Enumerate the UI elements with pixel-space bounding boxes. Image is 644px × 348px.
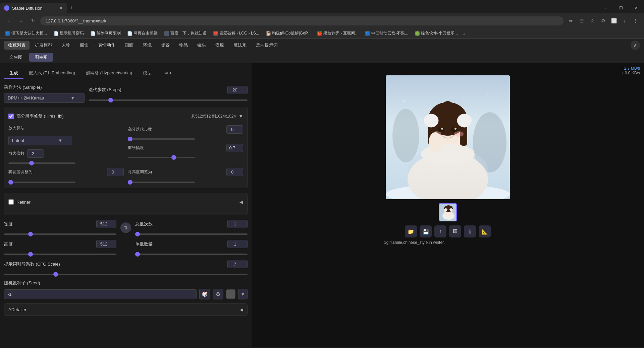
open-folder-button[interactable]: 📁: [405, 225, 417, 237]
nav-tag-collect[interactable]: 收藏列表: [4, 41, 30, 50]
nav-tag-lens[interactable]: 镜头: [193, 41, 210, 50]
translate-button[interactable]: ⇔: [566, 16, 576, 25]
batch-size-slider[interactable]: [135, 254, 248, 255]
save-button[interactable]: 💾: [420, 225, 432, 237]
nav-tag-hanfu[interactable]: 汉服: [211, 41, 228, 50]
bookmark-9[interactable]: 🟢 绿色软件-小刀娱乐...: [412, 30, 461, 37]
nav-actions: ⇔ ☰ ☆ ⚙ ⬜ ↓ ⋮: [566, 16, 640, 25]
width-adjust-slider[interactable]: [8, 182, 75, 183]
bookmark-button[interactable]: ☆: [588, 16, 597, 25]
total-batch-input[interactable]: [227, 220, 248, 228]
address-bar[interactable]: [40, 16, 564, 25]
tab-title: Stable Diffusion: [12, 6, 56, 11]
seed-color-button[interactable]: [226, 289, 235, 299]
nav-tag-extend[interactable]: 扩展模型: [31, 41, 56, 50]
view-image-button[interactable]: 🖼: [449, 225, 461, 237]
total-batch-slider[interactable]: [135, 233, 248, 235]
bookmark-4[interactable]: 🐾 百度一下，你就知道: [162, 30, 209, 37]
image-info-button[interactable]: ℹ: [464, 225, 476, 237]
collapse-button[interactable]: ∧: [631, 41, 640, 50]
seed-label: 随机数种子 (Seed): [4, 280, 248, 286]
nav-tag-env[interactable]: 环境: [139, 41, 156, 50]
back-button[interactable]: ←: [4, 16, 13, 25]
extensions-button[interactable]: ⚙: [598, 16, 608, 25]
height-slider[interactable]: [4, 254, 116, 255]
swap-dimensions-button[interactable]: ⇅: [120, 222, 131, 233]
download-button[interactable]: ↓: [620, 16, 629, 25]
bookmark-5[interactable]: ❤️ 吾爱破解 - LCG - LS...: [211, 30, 262, 37]
seed-input[interactable]: [4, 289, 197, 299]
seed-dropdown-button[interactable]: ▼: [238, 289, 248, 299]
bookmark-1[interactable]: 📄 显示星号密码: [51, 30, 87, 37]
sub-tab-text2img[interactable]: 文生图: [4, 53, 28, 62]
tab-close-button[interactable]: ✕: [59, 5, 63, 11]
close-button[interactable]: ✕: [629, 3, 644, 13]
bookmark-6[interactable]: 🐕 狗破解-Go破解|GoP...: [263, 30, 314, 37]
denoise-input[interactable]: [226, 144, 243, 152]
bookmark-7[interactable]: 🍎 果核剥壳 - 互联网...: [315, 30, 361, 37]
bookmark-0[interactable]: 🔵 讯飞星火认知大模...: [3, 30, 50, 37]
nav-tag-clothes[interactable]: 服饰: [76, 41, 93, 50]
thumbnail-svg-0: [439, 204, 457, 221]
tab-generate[interactable]: 生成: [4, 67, 23, 79]
nav-tag-magic[interactable]: 魔法系: [229, 41, 251, 50]
nav-tag-person[interactable]: 人物: [58, 41, 74, 50]
width-input[interactable]: [96, 220, 116, 228]
nav-tag-negative[interactable]: 反向提示词: [252, 41, 282, 50]
sub-tab-img2img[interactable]: 图生图: [29, 53, 53, 62]
reader-button[interactable]: ☰: [577, 16, 586, 25]
tab-model[interactable]: 模型: [138, 67, 157, 79]
new-tab-button[interactable]: +: [67, 3, 76, 13]
nav-tag-picture[interactable]: 画面: [121, 41, 138, 50]
forward-button[interactable]: →: [16, 16, 25, 25]
height-adjust-slider[interactable]: [128, 182, 195, 183]
seed-dice-button[interactable]: 🎲: [199, 289, 210, 299]
account-button[interactable]: ⬜: [609, 16, 619, 25]
hires-toggle-icon[interactable]: ▼: [238, 114, 243, 119]
tab-hypernetwork[interactable]: 超网络 (Hypernetworks): [80, 67, 138, 79]
refiner-toggle-icon[interactable]: ◀: [239, 199, 243, 205]
hires-steps-label: 高分迭代步数: [128, 127, 152, 132]
bookmark-3[interactable]: 📄 网页自由编辑: [125, 30, 160, 37]
adetailer-section[interactable]: ADetailer ◀: [4, 303, 248, 316]
bookmark-2[interactable]: 📄 解除网页限制: [88, 30, 123, 37]
batch-size-input[interactable]: [227, 240, 248, 248]
hires-inner: 放大算法 Latent ▼ 放大倍数: [8, 125, 243, 184]
height-input[interactable]: [96, 240, 116, 248]
sampler-dropdown[interactable]: DPM++ 2M Karras ▼: [4, 93, 85, 103]
height-adjust-input[interactable]: [226, 168, 243, 176]
bookmark-8[interactable]: 🔵 中国移动云盘-不限...: [363, 30, 411, 37]
scale-factor-input[interactable]: [27, 149, 44, 158]
seed-recycle-button[interactable]: ♻: [213, 289, 223, 299]
nav-tag-expression[interactable]: 表情动作: [94, 41, 119, 50]
cfg-slider[interactable]: [4, 274, 248, 275]
height-batch-size-row: 高度 单批数量: [4, 240, 248, 256]
refresh-button[interactable]: ↻: [28, 16, 38, 25]
thumbnail-0[interactable]: [439, 203, 457, 221]
sampler-label: 采样方法 (Sampler): [4, 84, 85, 90]
browser-tab[interactable]: 🌐 Stable Diffusion ✕: [0, 3, 67, 13]
cfg-input[interactable]: [227, 260, 248, 268]
tab-embedding[interactable]: 嵌入式 (T.I. Embedding): [23, 67, 80, 79]
more-bookmarks-button[interactable]: »: [462, 30, 467, 37]
width-slider[interactable]: [4, 233, 116, 235]
steps-slider[interactable]: [89, 99, 248, 101]
steps-input[interactable]: [227, 86, 248, 94]
tab-lora[interactable]: Lora: [157, 67, 176, 79]
refiner-checkbox[interactable]: [8, 199, 14, 205]
upscale-method-dropdown[interactable]: Latent ▼: [8, 136, 72, 145]
minimize-button[interactable]: ─: [598, 3, 613, 13]
hires-checkbox[interactable]: [8, 114, 14, 119]
menu-button[interactable]: ⋮: [631, 16, 640, 25]
send-to-img2img-button[interactable]: ↑: [434, 225, 446, 237]
hires-steps-input[interactable]: [226, 125, 243, 134]
ruler-button[interactable]: 📐: [479, 225, 491, 237]
width-adjust-input[interactable]: [107, 168, 124, 176]
scale-factor-slider[interactable]: [8, 162, 75, 164]
adetailer-toggle-icon[interactable]: ◀: [240, 307, 243, 312]
denoise-slider[interactable]: [128, 157, 195, 158]
nav-tag-items[interactable]: 物品: [175, 41, 192, 50]
maximize-button[interactable]: ☐: [613, 3, 629, 13]
hires-steps-slider[interactable]: [128, 138, 195, 140]
nav-tag-scene[interactable]: 场景: [157, 41, 174, 50]
